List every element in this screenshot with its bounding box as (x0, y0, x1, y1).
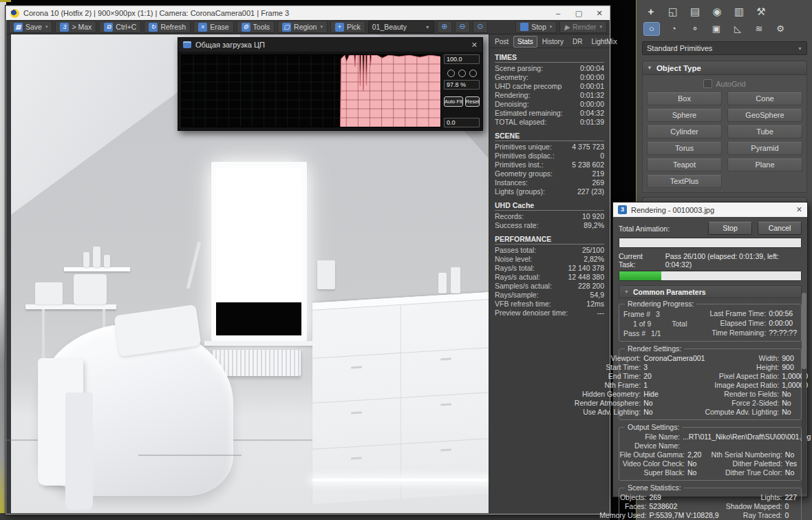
close-button[interactable]: ✕ (589, 6, 610, 20)
primitive-button[interactable]: Tube (727, 125, 802, 138)
autofit-button[interactable]: Auto Fit (444, 96, 463, 107)
erase-button[interactable]: × Erase (193, 21, 233, 33)
object-type-rollout-header[interactable]: ▼ Object Type (642, 61, 807, 75)
create-category-row: ○ ◔ ⚬ ▣ ◺ ≋ ⚙ (637, 21, 812, 40)
stat-row: Preview denoiser time: --- (489, 309, 610, 318)
display-tab-icon[interactable]: ▥ (733, 6, 745, 18)
zoom-reset-button[interactable]: ⊙ (473, 21, 488, 33)
stat-label: Samples/s actual: (495, 282, 552, 291)
primitive-category-dropdown[interactable]: Standard Primitives ▼ (642, 41, 807, 55)
shapes-category-icon[interactable]: ◔ (666, 23, 681, 35)
geometry-category-icon[interactable]: ○ (643, 22, 660, 36)
save-button[interactable]: ▦ Save▾ (9, 21, 52, 33)
to-max-button[interactable]: 3 > Max (55, 21, 96, 33)
kv-label: Render to Fields: (705, 390, 779, 399)
pick-button[interactable]: + Pick (330, 21, 365, 33)
stat-value: 227 (23) (577, 187, 604, 196)
primitive-button[interactable]: Torus (647, 142, 722, 155)
cameras-category-icon[interactable]: ▣ (709, 23, 724, 35)
stat-value: --- (597, 309, 605, 318)
motion-tab-icon[interactable]: ◉ (711, 6, 723, 18)
cpu-graph (181, 54, 441, 127)
zoom-in-button[interactable]: ⊕ (437, 21, 452, 33)
tab-post[interactable]: Post (491, 36, 513, 48)
stat-row: Primitives inst.: 5 238 602 (489, 160, 610, 169)
chevron-down-icon: ▼ (798, 46, 802, 51)
kv-label: Device Name: (634, 441, 680, 450)
object-type-rollout: ▼ Object Type AutoGrid BoxConeSphereGeoS… (642, 61, 807, 193)
stat-value: 0:00:01 (580, 82, 604, 91)
stat-label: Lights (groups): (495, 187, 545, 196)
cancel-button[interactable]: Cancel (758, 222, 802, 235)
primitive-button[interactable]: Teapot (647, 158, 722, 171)
autogrid-label: AutoGrid (716, 80, 745, 88)
stat-value: 89,2% (584, 221, 604, 230)
primitive-button[interactable]: Cylinder (647, 125, 722, 138)
helpers-category-icon[interactable]: ◺ (730, 23, 745, 35)
graph-max-field[interactable]: 100.0 (444, 54, 480, 64)
create-tab-icon[interactable]: + (645, 6, 657, 18)
reset-button[interactable]: Reset (465, 96, 480, 107)
modify-tab-icon[interactable]: ◱ (667, 6, 679, 18)
region-button[interactable]: ▢ Region▾ (277, 21, 328, 33)
utilities-tab-icon[interactable]: ⚒ (755, 6, 767, 18)
cpu-window-title: Общая загрузка ЦП (195, 41, 265, 49)
stat-value: 2,82% (584, 255, 604, 264)
autogrid-checkbox[interactable] (703, 79, 712, 88)
systems-category-icon[interactable]: ⚙ (773, 23, 788, 35)
refresh-button[interactable]: ↻ Refresh (144, 21, 191, 33)
primitive-button[interactable]: Cone (727, 92, 802, 105)
tab-stats[interactable]: Stats (513, 36, 537, 48)
stop-icon (520, 23, 528, 31)
tab-history[interactable]: History (538, 36, 568, 48)
stop-button[interactable]: Stop (708, 222, 752, 235)
maximize-button[interactable]: ▢ (568, 6, 589, 20)
lights-category-icon[interactable]: ⚬ (687, 23, 703, 35)
tab-lightmix[interactable]: LightMix (587, 36, 621, 48)
kv-label: File Output Gamma: (619, 450, 685, 459)
under-cabinet-light (312, 479, 489, 481)
frame-value: 3 (656, 309, 660, 319)
kv-value: CoronaCamera001 (643, 354, 705, 363)
minimize-button[interactable]: – (548, 6, 568, 20)
stat-row: Geometry: 0:00:00 (489, 73, 610, 82)
scrollbar-thumb[interactable] (802, 293, 806, 369)
output-settings-right: Nth Serial Numbering: No Dither Paletted… (701, 450, 797, 477)
render-element-dropdown[interactable]: 01_Beauty ▼ (368, 21, 434, 33)
tab-dr[interactable]: DR (568, 36, 586, 48)
primitive-button[interactable]: Sphere (647, 109, 722, 122)
tools-button[interactable]: ⚙ Tools (237, 21, 275, 33)
primitive-button[interactable]: TextPlus (647, 175, 722, 188)
primitive-button[interactable]: Box (647, 92, 722, 105)
graph-mode-button[interactable] (447, 70, 455, 77)
primitive-button[interactable]: Plane (727, 158, 802, 171)
stat-row: Rays/s actual: 12 448 380 (489, 273, 610, 282)
output-settings-label: Output Settings: (625, 423, 682, 431)
copy-button[interactable]: ⧉ Ctrl+C (99, 21, 141, 33)
stat-label: Instances: (495, 178, 528, 187)
primitive-button[interactable]: Pyramid (727, 142, 802, 155)
graph-mode-button[interactable] (469, 70, 477, 77)
common-parameters-header[interactable]: ▼ Common Parameters (619, 285, 802, 298)
close-icon[interactable]: ✕ (471, 41, 478, 50)
stop-render-button[interactable]: Stop▾ (515, 21, 557, 33)
primitive-button[interactable]: GeoSphere (727, 109, 802, 122)
dialog-scrollbar[interactable] (802, 293, 806, 494)
graph-min-field[interactable]: 0.0 (444, 118, 480, 127)
zoom-out-button[interactable]: ⊖ (455, 21, 470, 33)
graph-mode-button[interactable] (458, 70, 466, 77)
spacewarps-category-icon[interactable]: ≋ (751, 23, 767, 35)
kv-value: P:5539,7M V:10828,9 (649, 511, 718, 520)
close-icon[interactable]: ✕ (796, 205, 802, 214)
render-button[interactable]: ▶ Render▾ (559, 21, 607, 33)
rendering-dialog-titlebar[interactable]: 3 Rendering - 0010003.jpg ✕ (613, 202, 807, 217)
kv-label: Compute Adv. Lighting: (705, 408, 779, 417)
vfb-titlebar[interactable]: Corona 10 (Hotfix 2) | 900×900px (1:1) |… (6, 6, 610, 20)
hierarchy-tab-icon[interactable]: ▤ (689, 6, 701, 18)
cpu-window-titlebar[interactable]: Общая загрузка ЦП ✕ (178, 38, 482, 52)
kv-value: Hide (643, 390, 705, 399)
kv-value: 0:00:56 (769, 309, 797, 319)
window (211, 162, 307, 341)
kv-label: Dither True Color: (712, 468, 782, 477)
stat-row: Rendering: 0:01:32 (489, 91, 610, 100)
